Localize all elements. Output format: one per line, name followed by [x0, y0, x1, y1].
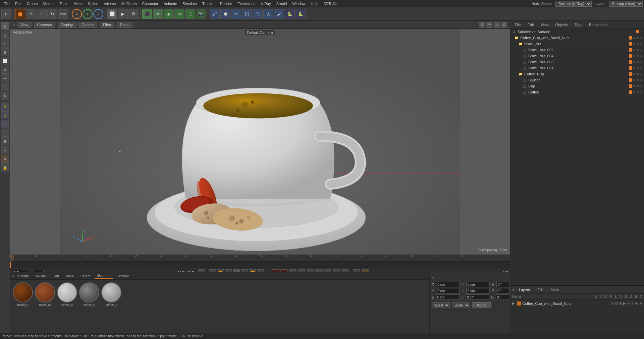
material-thumb-brazil-n2[interactable]	[35, 282, 55, 302]
material-item-5[interactable]: coffee_s	[101, 282, 121, 336]
layer-icon-expr[interactable]: ⊕	[639, 301, 642, 305]
menu-tools[interactable]: Tools	[57, 1, 71, 6]
vp-menu-display[interactable]: Display	[58, 22, 76, 28]
tool-s3[interactable]: S	[1, 120, 9, 128]
toolbar-play[interactable]: ▶	[118, 9, 128, 19]
material-item-3[interactable]: coffee_c	[57, 282, 77, 336]
toolbar-settings[interactable]: ⚙	[128, 9, 139, 19]
tool-object-mode[interactable]: △	[1, 31, 9, 39]
vp-menu-panel[interactable]: Panel	[117, 22, 132, 28]
tool-scale2[interactable]: ⊡	[1, 83, 9, 91]
toolbar-m3[interactable]: ◳	[253, 9, 263, 19]
obj-mgr-tab-file[interactable]: File	[512, 22, 524, 27]
mat-tab-view[interactable]: View	[63, 273, 76, 279]
tool-live-select2[interactable]: ◈	[1, 66, 9, 74]
mat-tab-material[interactable]: Material	[95, 273, 113, 279]
material-thumb-brazil-n1[interactable]	[13, 282, 33, 302]
toolbar-camera[interactable]: 📷	[196, 9, 206, 19]
material-item-4[interactable]: coffee_h	[79, 282, 99, 336]
coord-b-val[interactable]	[496, 294, 509, 300]
tool-layer3[interactable]: ⊟	[1, 146, 9, 154]
tool-poly-mode[interactable]: ⬜	[1, 57, 9, 65]
material-thumb-coffee-h[interactable]	[79, 282, 99, 302]
layer-row-main[interactable]: ▶ Coffee_Cup_with_Brazil_Nuts ◎ ⊡ ⊞ ▶ ⊘ …	[510, 300, 644, 307]
toolbar-live-selection[interactable]: ⬤	[15, 9, 25, 19]
coord-h-val[interactable]	[496, 282, 510, 287]
vp-menu-options[interactable]: Options	[78, 22, 97, 28]
menu-tracker[interactable]: Tracker	[200, 1, 217, 6]
toolbar-box[interactable]: ⬜	[107, 9, 117, 19]
tool-point-mode[interactable]: •	[1, 40, 9, 48]
tool-lock[interactable]: 🔒	[1, 163, 9, 172]
obj-mgr-tab-bookmarks[interactable]: Bookmarks	[586, 22, 610, 27]
layer-tab-layers[interactable]: Layers	[516, 287, 533, 292]
menu-simulate[interactable]: Simulate	[180, 1, 199, 6]
toolbar-knife[interactable]: ✂	[231, 9, 241, 19]
toolbar-brush[interactable]: 🖌	[274, 9, 284, 19]
coord-scale-select[interactable]: Scale	[452, 302, 470, 308]
layer-menu-toggle[interactable]: ≡	[512, 288, 514, 291]
coord-y-rot[interactable]	[466, 288, 490, 293]
obj-row-subdivision[interactable]: ⊡ Subdivision Surface ✓	[510, 29, 644, 35]
toolbar-spline-tool[interactable]: ✏	[153, 9, 163, 19]
layer-expand-arrow[interactable]: ▶	[512, 301, 516, 305]
tool-edge-mode[interactable]: ⊟	[1, 48, 9, 56]
obj-row-brazil-003[interactable]: △ Brazil_Nut_003 ⊠ ✖ ◎	[510, 59, 644, 65]
toolbar-cube[interactable]: ⬛	[142, 9, 152, 19]
menu-mograph[interactable]: MoGraph	[119, 1, 139, 6]
layer-tab-edit[interactable]: Edit	[535, 287, 546, 292]
mat-menu-toggle[interactable]: ≡	[12, 274, 14, 278]
menu-help[interactable]: Help	[309, 1, 321, 6]
menu-edit[interactable]: Edit	[13, 1, 24, 6]
coord-p-val[interactable]	[496, 288, 509, 293]
vp-icon-float[interactable]: ⊡	[501, 22, 507, 28]
menu-character[interactable]: Character	[140, 1, 161, 6]
menu-window[interactable]: Window	[290, 1, 308, 6]
menu-animate[interactable]: Animate	[161, 1, 179, 6]
coord-x-rot[interactable]	[466, 282, 490, 287]
tool-rotate2[interactable]: ↻	[1, 92, 9, 100]
coord-world-select[interactable]: World	[432, 302, 450, 308]
menu-mesh[interactable]: Mesh	[71, 1, 85, 6]
vp-icon-camera[interactable]: 📷	[486, 22, 492, 28]
menu-modes[interactable]: Modes	[41, 1, 57, 6]
menu-vray[interactable]: V-Ray	[259, 1, 273, 6]
toolbar-reset-psr[interactable]: PSR	[58, 9, 68, 19]
material-item-1[interactable]: Brazil_N	[13, 282, 33, 336]
layout-select[interactable]: Startup (User)	[609, 1, 643, 7]
obj-mgr-tab-view[interactable]: View	[538, 22, 551, 27]
coords-menu-toggle[interactable]: ≡	[432, 276, 434, 279]
toolbar-python2[interactable]: 🐍	[296, 9, 306, 19]
obj-mgr-tab-objects[interactable]: Objects	[552, 22, 570, 27]
viewport-menu-toggle[interactable]: ≡	[13, 23, 15, 26]
obj-row-saucer[interactable]: △ Saucer ⊠ ✖ ◎	[510, 77, 644, 83]
viewport-scene[interactable]: X Y Z	[10, 29, 510, 255]
menu-volume[interactable]: Volume	[101, 1, 118, 6]
tool-new-scene[interactable]: ⊞	[1, 22, 9, 30]
toolbar-python[interactable]: 🐍	[285, 9, 295, 19]
menu-render[interactable]: Render	[218, 1, 234, 6]
obj-mgr-tab-edit[interactable]: Edit	[525, 22, 537, 27]
toolbar-deformer[interactable]: ⋈	[174, 9, 184, 19]
layer-icon-gen[interactable]: ⊙	[631, 301, 634, 305]
layer-icon-visible[interactable]: ⊡	[615, 301, 618, 305]
obj-row-coffee-cup[interactable]: 📁 Coffee_Cup ⊠ ✖ ◎	[510, 71, 644, 77]
vp-menu-view[interactable]: View	[17, 22, 32, 28]
layer-icon-manager[interactable]: ▶	[623, 301, 626, 305]
toolbar-z-axis[interactable]: Z	[93, 9, 103, 19]
mat-tab-create[interactable]: Create	[15, 273, 32, 279]
obj-row-brazil-001[interactable]: △ Brazil_Nut_001 ⊠ ✖ ◎	[510, 65, 644, 71]
toolbar-nurbs[interactable]: ◈	[164, 9, 174, 19]
toolbar-x-axis[interactable]: X	[72, 9, 82, 19]
toolbar-scale[interactable]: ⊡	[37, 9, 47, 19]
mat-tab-edit[interactable]: Edit	[50, 273, 62, 279]
tool-magnet[interactable]: ⌁	[1, 129, 9, 137]
menu-create[interactable]: Create	[24, 1, 40, 6]
vp-icon-expand[interactable]: ⤢	[494, 22, 500, 28]
tool-layer2[interactable]: ⊞	[1, 137, 9, 145]
node-space-select[interactable]: Current (V-Ray)	[555, 1, 592, 7]
menu-file[interactable]: File	[1, 1, 12, 6]
obj-row-brazil-002[interactable]: △ Brazil_Nut_002 ⊠ ✖ ◎	[510, 47, 644, 53]
obj-row-coffee[interactable]: △ Coffee ⊠ ✖ ◎	[510, 89, 644, 95]
menu-spline[interactable]: Spline	[86, 1, 101, 6]
